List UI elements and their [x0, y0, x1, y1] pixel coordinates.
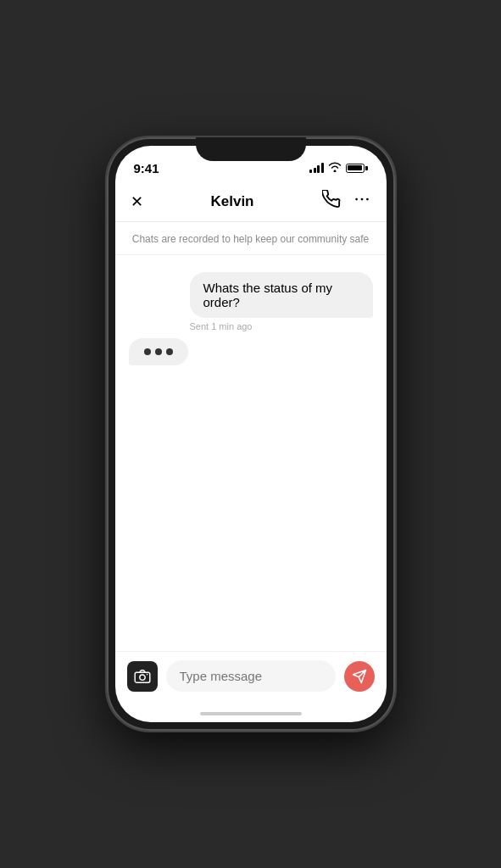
phone-notch	[196, 137, 306, 161]
svg-point-1	[360, 198, 363, 201]
close-button[interactable]: ✕	[131, 194, 143, 209]
phone-frame: 9:41	[107, 137, 395, 731]
message-bubble: Whats the status of my order?	[190, 272, 373, 318]
message-timestamp: Sent 1 min ago	[190, 321, 373, 331]
input-area	[115, 651, 387, 712]
status-time: 9:41	[134, 161, 159, 175]
camera-button[interactable]	[127, 661, 158, 692]
message-text: Whats the status of my order?	[203, 281, 333, 309]
chat-title: Kelvin	[143, 193, 322, 210]
svg-point-4	[139, 675, 144, 680]
battery-icon	[346, 164, 368, 173]
call-button[interactable]	[322, 190, 341, 213]
more-options-button[interactable]	[353, 190, 371, 213]
home-indicator	[200, 712, 302, 715]
send-icon	[352, 669, 367, 684]
chat-area: Whats the status of my order? Sent 1 min…	[115, 255, 387, 651]
send-button[interactable]	[344, 661, 375, 692]
phone-screen: 9:41	[115, 146, 387, 722]
typing-indicator	[129, 338, 188, 365]
header-left: ✕	[131, 194, 143, 209]
status-icons	[309, 162, 368, 175]
sent-message: Whats the status of my order? Sent 1 min…	[190, 272, 373, 331]
message-input-wrapper[interactable]	[166, 660, 336, 692]
safety-notice-text: Chats are recorded to help keep our comm…	[132, 233, 369, 245]
camera-icon	[134, 670, 151, 683]
signal-icon	[309, 163, 324, 173]
svg-point-2	[366, 198, 369, 201]
wifi-icon	[328, 162, 342, 175]
typing-dot-1	[144, 348, 151, 355]
header-right	[322, 190, 371, 213]
svg-rect-3	[135, 672, 150, 682]
svg-point-0	[355, 198, 358, 201]
chat-header: ✕ Kelvin	[115, 183, 387, 222]
typing-dot-2	[155, 348, 162, 355]
message-input[interactable]	[180, 669, 322, 683]
safety-notice: Chats are recorded to help keep our comm…	[115, 222, 387, 255]
svg-point-5	[146, 673, 148, 675]
typing-dot-3	[166, 348, 173, 355]
